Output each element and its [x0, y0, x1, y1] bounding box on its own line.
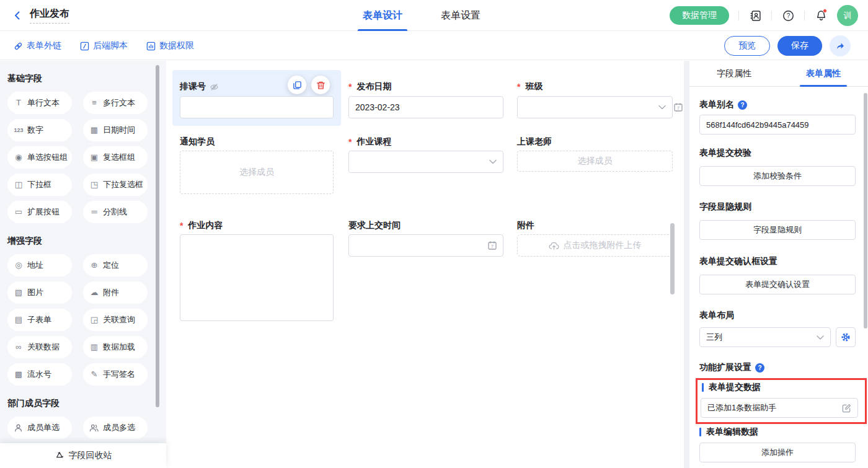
- field-chip[interactable]: ◉ 单选按钮组: [7, 146, 72, 169]
- field-chip[interactable]: ✎ 手写签名: [83, 363, 148, 386]
- field-chip[interactable]: 123 数字: [7, 119, 72, 141]
- field-chip[interactable]: ▧ 图片: [7, 281, 72, 304]
- tab-field-properties[interactable]: 字段属性: [689, 61, 779, 86]
- field-label-teacher: 上课老师: [517, 136, 552, 148]
- tab-form-properties[interactable]: 表单属性: [779, 61, 868, 86]
- field-chip[interactable]: ═ 分割线: [83, 201, 148, 223]
- dropdown-icon: ◫: [14, 180, 24, 190]
- layout-select[interactable]: 三列: [699, 327, 831, 347]
- user-avatar[interactable]: 训: [837, 5, 858, 26]
- field-visibility-button[interactable]: 字段显隐规则: [699, 220, 856, 240]
- multi-line-text-icon: ≡: [89, 98, 99, 108]
- data-permission-button[interactable]: 数据权限: [146, 40, 194, 51]
- serial-number-icon: ▩: [14, 369, 24, 379]
- sidebar-scrollbar[interactable]: [156, 65, 159, 407]
- teacher-picker[interactable]: 选择成员: [517, 151, 673, 172]
- image-icon: ▧: [14, 288, 24, 298]
- submit-confirm-button[interactable]: 表单提交确认设置: [699, 275, 856, 294]
- field-chip[interactable]: ▣ 复选框组: [83, 146, 148, 169]
- tab-form-design[interactable]: 表单设计: [363, 0, 402, 31]
- sidebar-section-title: 增强字段: [7, 236, 166, 247]
- notification-bell-icon[interactable]: [814, 9, 828, 22]
- external-link-button[interactable]: 表单外链: [14, 40, 61, 51]
- contact-book-icon[interactable]: [748, 9, 762, 22]
- field-chip[interactable]: T 单行文本: [7, 92, 72, 114]
- edit-data-label: 表单编辑数据: [699, 426, 758, 438]
- backend-script-button[interactable]: 后端脚本: [80, 40, 128, 51]
- back-icon[interactable]: [11, 9, 24, 22]
- tab-form-settings[interactable]: 表单设置: [441, 0, 480, 31]
- field-recycle-bin-button[interactable]: 字段回收站: [0, 443, 166, 468]
- content-textarea[interactable]: [180, 234, 334, 321]
- field-chip[interactable]: ▩ 流水号: [7, 363, 72, 386]
- form-design-canvas: 排课号 发布日期 班级 通知学员 选择成员: [166, 61, 684, 468]
- divider: [804, 11, 805, 20]
- calendar-icon[interactable]: [673, 102, 678, 112]
- field-chip[interactable]: ▦ 日期时间: [83, 119, 148, 141]
- form-title[interactable]: 作业发布: [30, 7, 69, 24]
- field-label-content: 作业内容: [180, 219, 223, 232]
- schedule-no-input[interactable]: [180, 96, 334, 118]
- extension-settings-label: 功能扩展设置 ?: [699, 362, 764, 373]
- relation-data-icon: ∞: [14, 342, 24, 352]
- form-alias-label: 表单别名 ?: [699, 99, 747, 110]
- data-manage-button[interactable]: 数据管理: [670, 6, 729, 25]
- radio-group-icon: ◉: [14, 152, 24, 162]
- publish-date-input[interactable]: [348, 96, 503, 118]
- field-chip[interactable]: 成员单选: [7, 417, 72, 439]
- field-label-notify-students: 通知学员: [180, 136, 215, 148]
- due-time-input[interactable]: [348, 234, 503, 257]
- class-select[interactable]: [517, 96, 673, 118]
- sidebar-section: 增强字段 ◎ 地址 ⊕ 定位 ▧ 图片 ☁ 附件 ▤ 子表单 ◲ 关联查询 ∞ …: [0, 236, 166, 386]
- divider: [738, 11, 739, 20]
- share-button[interactable]: [830, 35, 851, 56]
- save-button[interactable]: 保存: [777, 36, 822, 56]
- field-chip[interactable]: ≡ 多行文本: [83, 92, 148, 114]
- canvas-scrollbar[interactable]: [670, 223, 675, 294]
- attachment-upload-zone[interactable]: 点击或拖拽附件上传: [517, 234, 673, 257]
- form-toolbar: 表单外链 后端脚本 数据权限 预览 保存: [0, 32, 868, 60]
- field-label-publish-date: 发布日期: [348, 81, 391, 93]
- field-visibility-label: 字段显隐规则: [699, 201, 751, 213]
- layout-settings-button[interactable]: [836, 327, 856, 347]
- address-icon: ◎: [14, 260, 24, 270]
- form-alias-input[interactable]: [699, 115, 856, 135]
- field-chip[interactable]: ▥ 数据加载: [83, 336, 148, 358]
- recycle-icon: [55, 451, 64, 461]
- help-icon[interactable]: ?: [781, 9, 795, 22]
- calendar-icon[interactable]: [487, 241, 497, 250]
- sidebar-section-title: 部门成员字段: [7, 398, 166, 409]
- add-validation-button[interactable]: 添加校验条件: [699, 166, 856, 186]
- notify-students-picker[interactable]: 选择成员: [180, 151, 334, 194]
- form-layout-label: 表单布局: [699, 310, 734, 321]
- extend-button-icon: ▭: [14, 207, 24, 217]
- field-chip[interactable]: ◫ 下拉框: [7, 174, 72, 196]
- upload-placeholder: 点击或拖拽附件上传: [564, 240, 642, 251]
- panel-scrollbar[interactable]: [864, 93, 867, 329]
- course-select[interactable]: [348, 151, 503, 173]
- add-operation-button[interactable]: 添加操作: [699, 443, 856, 462]
- field-chip[interactable]: ∞ 关联数据: [7, 336, 72, 358]
- field-chip[interactable]: ◎ 地址: [7, 254, 72, 276]
- subform-icon: ▤: [14, 315, 24, 325]
- field-chip[interactable]: 成员多选: [83, 417, 148, 439]
- field-chip[interactable]: ⊕ 定位: [83, 254, 148, 276]
- sidebar-section: 基础字段 T 单行文本 ≡ 多行文本 123 数字 ▦ 日期时间 ◉ 单选按钮组…: [0, 73, 166, 223]
- divider: [771, 11, 772, 20]
- location-icon: ⊕: [89, 260, 99, 270]
- preview-button[interactable]: 预览: [724, 36, 770, 56]
- data-permission-label: 数据权限: [159, 40, 194, 51]
- field-chip[interactable]: ▭ 扩展按钮: [7, 201, 72, 223]
- delete-field-button[interactable]: [311, 76, 330, 94]
- extension-help-icon[interactable]: ?: [755, 363, 764, 373]
- properties-panel: 字段属性 表单属性 表单别名 ? 表单提交校验 添加校验条件 字段显隐规则 字段…: [689, 61, 868, 468]
- alias-help-icon[interactable]: ?: [738, 100, 747, 110]
- field-chip[interactable]: ▤ 子表单: [7, 309, 72, 331]
- copy-field-button[interactable]: [288, 76, 306, 94]
- script-icon: [80, 42, 89, 51]
- field-chip[interactable]: ◲ 关联查询: [83, 309, 148, 331]
- signature-icon: ✎: [89, 369, 99, 379]
- submit-validation-label: 表单提交校验: [699, 148, 751, 159]
- field-chip[interactable]: ◳ 下拉复选框: [83, 174, 148, 196]
- field-chip[interactable]: ☁ 附件: [83, 281, 148, 304]
